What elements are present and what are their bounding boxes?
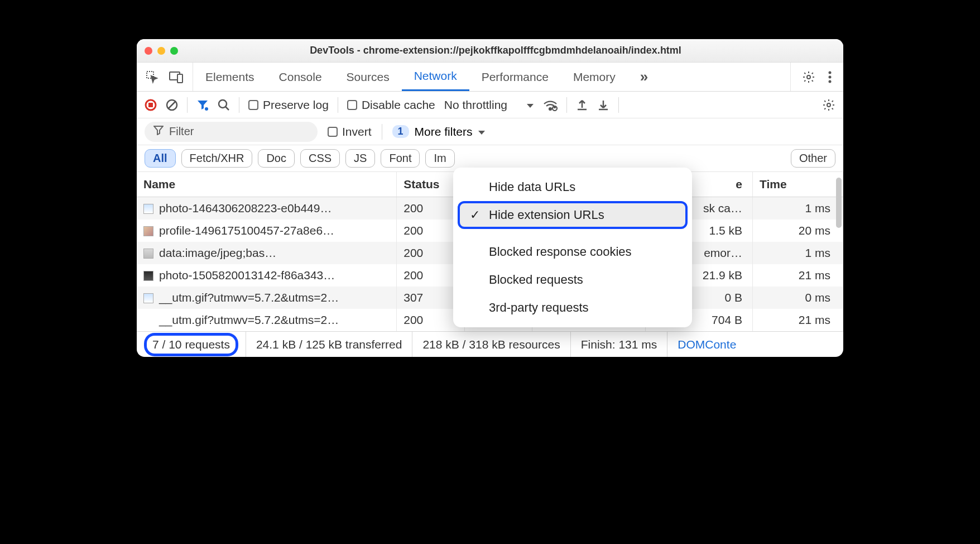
network-toolbar: Preserve log Disable cache No throttling [137, 92, 843, 118]
tabs-overflow-button[interactable]: » [628, 63, 660, 91]
cell-name: data:image/jpeg;bas… [137, 242, 397, 264]
menu-separator [453, 229, 692, 238]
cell-time: 1 ms [752, 242, 843, 264]
svg-point-4 [829, 71, 832, 74]
more-filters-button[interactable]: 1 More filters [392, 125, 486, 139]
disable-cache-checkbox[interactable]: Disable cache [347, 98, 435, 112]
throttling-select[interactable]: No throttling [444, 98, 534, 112]
more-filters-label: More filters [415, 125, 473, 139]
preserve-log-label: Preserve log [263, 98, 329, 112]
download-har-icon[interactable] [597, 99, 609, 111]
search-icon[interactable] [218, 99, 230, 111]
clear-button[interactable] [166, 99, 178, 111]
svg-point-16 [827, 103, 830, 107]
checkbox-icon [347, 100, 357, 110]
svg-point-12 [219, 100, 227, 108]
pill-doc[interactable]: Doc [258, 149, 295, 168]
file-icon [143, 226, 153, 236]
pill-js[interactable]: JS [345, 149, 375, 168]
status-domcontent: DOMConte [667, 332, 746, 357]
svg-point-3 [807, 75, 810, 79]
svg-point-14 [549, 108, 551, 110]
network-conditions-icon[interactable] [543, 99, 558, 111]
cell-name: photo-1505820013142-f86a343… [137, 264, 397, 287]
invert-checkbox[interactable]: Invert [328, 125, 372, 139]
menu-item-label: Blocked response cookies [489, 245, 632, 259]
cell-time: 1 ms [752, 197, 843, 220]
menu-blocked-requests[interactable]: Blocked requests [453, 266, 692, 294]
devtools-window: DevTools - chrome-extension://pejkokffka… [137, 39, 843, 357]
chevron-down-icon [526, 98, 534, 112]
filter-toggle-icon[interactable] [196, 99, 209, 111]
record-button[interactable] [145, 99, 157, 111]
divider [239, 97, 239, 113]
divider [382, 124, 382, 140]
cell-time: 21 ms [752, 264, 843, 287]
status-requests: 7 / 10 requests [137, 332, 246, 357]
invert-label: Invert [342, 125, 372, 139]
cell-name: __utm.gif?utmwv=5.7.2&utms=2… [137, 309, 397, 331]
kebab-menu-icon[interactable] [828, 70, 832, 84]
status-bar: 7 / 10 requests 24.1 kB / 125 kB transfe… [137, 331, 843, 357]
menu-item-label: Hide data URLs [489, 180, 575, 194]
window-title: DevTools - chrome-extension://pejkokffka… [156, 45, 835, 56]
svg-point-5 [829, 75, 832, 78]
menu-item-label: 3rd-party requests [489, 300, 589, 315]
divider [187, 97, 188, 113]
menu-3rd-party-requests[interactable]: 3rd-party requests [453, 294, 692, 322]
svg-point-11 [205, 107, 208, 111]
tab-network[interactable]: Network [402, 63, 469, 91]
filter-placeholder: Filter [169, 125, 194, 138]
scrollbar-thumb[interactable] [836, 178, 842, 228]
chevron-down-icon [478, 125, 486, 139]
menu-hide-extension-urls[interactable]: ✓ Hide extension URLs [458, 201, 688, 229]
cell-time: 0 ms [752, 287, 843, 309]
svg-rect-8 [148, 103, 153, 107]
file-icon [143, 316, 153, 326]
pill-other[interactable]: Other [791, 149, 835, 168]
pill-fetch-xhr[interactable]: Fetch/XHR [181, 149, 253, 168]
titlebar: DevTools - chrome-extension://pejkokffka… [137, 39, 843, 63]
network-settings-gear-icon[interactable] [822, 98, 835, 112]
pill-css[interactable]: CSS [300, 149, 340, 168]
tab-console[interactable]: Console [267, 63, 334, 91]
col-name[interactable]: Name [137, 172, 397, 197]
filter-input[interactable]: Filter [145, 122, 318, 142]
throttling-value: No throttling [444, 98, 507, 112]
checkbox-icon [248, 100, 258, 110]
status-resources: 218 kB / 318 kB resources [412, 332, 570, 357]
inspect-element-icon[interactable] [146, 70, 159, 84]
pill-img[interactable]: Im [425, 149, 454, 168]
pill-font[interactable]: Font [381, 149, 420, 168]
more-filters-menu: Hide data URLs ✓ Hide extension URLs Blo… [453, 168, 692, 327]
menu-blocked-response-cookies[interactable]: Blocked response cookies [453, 238, 692, 266]
cell-time: 20 ms [752, 219, 843, 242]
tab-performance[interactable]: Performance [469, 63, 561, 91]
svg-point-6 [829, 80, 832, 83]
file-icon [143, 249, 153, 259]
col-time[interactable]: Time [752, 172, 843, 197]
menu-hide-data-urls[interactable]: Hide data URLs [453, 173, 692, 201]
tab-elements[interactable]: Elements [193, 63, 267, 91]
cell-time: 21 ms [752, 309, 843, 331]
svg-rect-2 [177, 74, 182, 83]
file-icon [143, 271, 153, 281]
settings-gear-icon[interactable] [802, 70, 815, 84]
tab-sources[interactable]: Sources [334, 63, 402, 91]
menu-item-label: Blocked requests [489, 273, 583, 287]
divider [566, 97, 567, 113]
funnel-icon [153, 125, 164, 138]
status-transferred: 24.1 kB / 125 kB transferred [246, 332, 412, 357]
device-toggle-icon[interactable] [169, 70, 184, 84]
panel-tabstrip: Elements Console Sources Network Perform… [137, 63, 843, 92]
upload-har-icon[interactable] [576, 99, 588, 111]
pill-all[interactable]: All [145, 149, 176, 168]
menu-item-label: Hide extension URLs [489, 208, 604, 222]
filter-row: Filter Invert 1 More filters [137, 118, 843, 145]
svg-line-10 [168, 101, 176, 109]
disable-cache-label: Disable cache [362, 98, 435, 112]
tab-memory[interactable]: Memory [561, 63, 628, 91]
preserve-log-checkbox[interactable]: Preserve log [248, 98, 329, 112]
status-finish: Finish: 131 ms [571, 332, 668, 357]
close-window-button[interactable] [145, 47, 152, 55]
